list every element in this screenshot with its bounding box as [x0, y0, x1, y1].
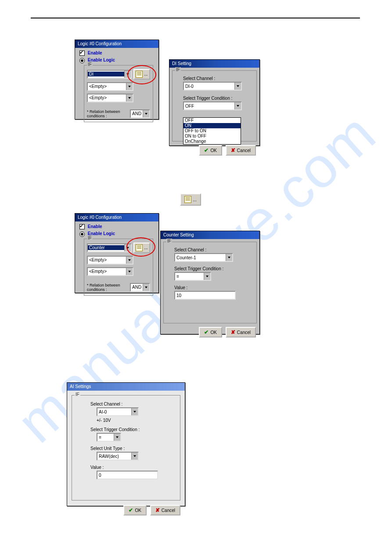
ai-value-input[interactable]: 0 [97, 471, 158, 479]
enable-logic-radio[interactable] [79, 58, 85, 63]
if-label: IF [87, 62, 93, 67]
di-trigger-arrow[interactable] [234, 102, 241, 109]
ai-unit-text: RAW(dec) [97, 454, 131, 459]
ai-cancel-label: Cancel [162, 508, 175, 513]
dropdown-item-offon[interactable]: OFF to ON [183, 128, 241, 134]
di-setting-dialog: DI Setting IF Select Channel : DI-0 Sele… [169, 59, 260, 146]
di-trigger-combo[interactable]: OFF [183, 102, 242, 110]
cs-cancel-label: Cancel [237, 330, 251, 335]
relation-text: AND [131, 111, 143, 116]
cond3-combo[interactable]: <Empty> [87, 94, 133, 102]
header-rule [31, 18, 360, 18]
sheet-icon [136, 244, 143, 251]
counter-setting-dialog: Counter Setting IF Select Channel : Coun… [160, 231, 260, 334]
dropdown-item-onoff[interactable]: ON to OFF [183, 134, 241, 139]
enable-logic-radio-2[interactable] [79, 232, 85, 237]
cond2-combo[interactable]: <Empty> [87, 82, 133, 91]
di-cancel-button[interactable]: ✘Cancel [226, 145, 256, 156]
dots-icon: ... [193, 197, 196, 202]
di-channel-combo[interactable]: DI-0 [183, 82, 242, 91]
ai-value-label: Value : [90, 465, 175, 470]
cond1-text: DI [88, 72, 124, 76]
di-channel-arrow[interactable] [234, 83, 241, 90]
dropdown-item-on[interactable]: ON [183, 123, 241, 128]
sheet-icon [184, 196, 191, 203]
ai-trigger-combo[interactable]: = [97, 433, 121, 442]
cond3-arrow-2[interactable] [126, 268, 133, 275]
relation-combo-2[interactable]: AND [130, 283, 150, 292]
cond3-combo-2[interactable]: <Empty> [87, 267, 133, 276]
cond2-text-2: <Empty> [88, 258, 126, 262]
ai-range-label: +/- 10V [97, 418, 175, 423]
ai-value-text: 0 [99, 473, 101, 478]
standalone-settings-button[interactable]: ... [180, 193, 201, 206]
enable-row[interactable]: Enable [79, 51, 154, 56]
di-ok-label: OK [210, 148, 216, 153]
cond2-combo-2[interactable]: <Empty> [87, 256, 133, 265]
cond1-text-2: Counter [88, 245, 124, 250]
cond1-settings-button[interactable]: ... [133, 69, 150, 80]
cs-channel-text: Counter-1 [175, 255, 226, 260]
relation-text-2: AND [131, 285, 143, 290]
di-channel-text: DI-0 [184, 84, 234, 89]
relation-label-2: * Relation between conditions : [87, 283, 128, 292]
di-trigger-dropdown[interactable]: OFF ON OFF to ON ON to OFF OnChange [183, 117, 241, 145]
cs-trigger-combo[interactable]: = [174, 272, 211, 281]
ai-trigger-text: = [97, 435, 114, 440]
ai-sel-unit-label: Select Unit Type : [90, 446, 175, 451]
relation-combo[interactable]: AND [130, 109, 150, 118]
di-if-label: IF [175, 67, 181, 72]
cond2-arrow[interactable] [126, 83, 133, 90]
cs-ok-button[interactable]: ✔OK [199, 327, 222, 337]
cs-trigger-arrow[interactable] [204, 273, 210, 280]
check-icon: ✔ [129, 507, 133, 513]
ai-ok-button[interactable]: ✔OK [123, 505, 146, 515]
dropdown-item-off[interactable]: OFF [183, 118, 241, 123]
if-label-2: IF [87, 236, 93, 240]
cond1-settings-button-2[interactable]: ... [133, 243, 150, 253]
cond2-arrow-2[interactable] [126, 257, 133, 264]
ai-channel-combo[interactable]: AI-0 [97, 407, 139, 416]
ai-settings-title: AI Settings [67, 383, 185, 391]
check-icon: ✔ [204, 329, 209, 335]
cs-sel-trigger-label: Select Trigger Condition : [174, 266, 252, 271]
ai-unit-arrow[interactable] [131, 453, 138, 460]
x-icon: ✘ [231, 147, 235, 153]
cond3-text-2: <Empty> [88, 269, 126, 274]
logic-config-dialog-2: Logic #0 Configuration Enable Enable Log… [75, 213, 159, 293]
ai-if-label: IF [75, 392, 80, 397]
logic-config-dialog-1: Logic #0 Configuration Enable Enable Log… [75, 40, 159, 120]
ai-trigger-arrow[interactable] [114, 434, 120, 441]
relation-arrow-2[interactable] [143, 284, 149, 291]
enable-row-2[interactable]: Enable [79, 224, 154, 229]
dropdown-item-onchange[interactable]: OnChange [183, 139, 241, 144]
cond1-arrow-2[interactable] [124, 244, 131, 251]
cs-cancel-button[interactable]: ✘Cancel [226, 327, 256, 337]
enable-label: Enable [88, 51, 102, 55]
ai-unit-combo[interactable]: RAW(dec) [97, 452, 139, 461]
enable-checkbox[interactable] [79, 51, 85, 56]
cond1-combo[interactable]: DI [87, 70, 132, 79]
cs-channel-combo[interactable]: Counter-1 [174, 253, 233, 262]
cs-value-text: 10 [176, 293, 181, 298]
x-icon: ✘ [231, 329, 235, 335]
di-ok-button[interactable]: ✔OK [199, 145, 222, 156]
ai-channel-arrow[interactable] [131, 408, 138, 415]
cs-channel-arrow[interactable] [226, 254, 232, 261]
ai-cancel-button[interactable]: ✘Cancel [150, 505, 180, 515]
di-sel-channel-label: Select Channel : [183, 76, 252, 81]
cond1-combo-2[interactable]: Counter [87, 243, 132, 252]
relation-label: * Relation between conditions : [87, 109, 128, 118]
cs-value-input[interactable]: 10 [174, 291, 236, 300]
relation-arrow[interactable] [143, 110, 149, 117]
x-icon: ✘ [155, 507, 160, 513]
dots-icon: ... [144, 72, 147, 76]
di-cancel-label: Cancel [237, 148, 251, 153]
cond3-arrow[interactable] [126, 94, 133, 102]
di-trigger-text: OFF [184, 104, 234, 109]
cs-value-label: Value : [174, 285, 252, 290]
ai-channel-text: AI-0 [97, 410, 131, 414]
enable-label-2: Enable [88, 224, 102, 229]
cond1-arrow[interactable] [124, 71, 131, 78]
enable-checkbox-2[interactable] [79, 224, 85, 229]
